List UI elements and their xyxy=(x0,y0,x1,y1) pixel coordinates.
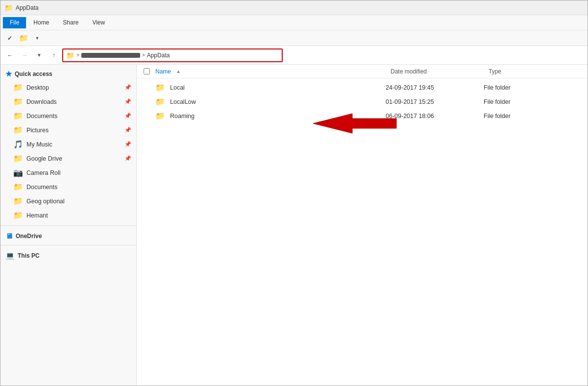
main-layout: ★ Quick access 📁 Desktop 📌 📁 Downloads 📌… xyxy=(0,65,588,386)
address-chevron-2: > xyxy=(142,52,145,58)
ribbon: File Home Share View ✔ 📁 ▼ xyxy=(0,15,588,46)
sidebar-item-pictures[interactable]: 📁 Pictures 📌 xyxy=(0,123,136,137)
pin-icon-pictures: 📌 xyxy=(124,127,131,133)
content-area: Name ▲ Date modified Type 📁 Local xyxy=(137,65,588,386)
sidebar-item-cameraroll[interactable]: 📷 Camera Roll xyxy=(0,166,136,180)
sidebar-item-onedrive[interactable]: 🖥 OneDrive xyxy=(0,229,136,242)
address-bar[interactable]: 📁 > > AppData xyxy=(62,48,283,62)
pin-icon-documents: 📌 xyxy=(124,113,131,119)
folder-documents-icon: 📁 xyxy=(13,111,23,121)
ribbon-toolbar: ✔ 📁 ▼ xyxy=(0,30,588,46)
header-checkbox[interactable] xyxy=(144,68,155,74)
address-chevron-1: > xyxy=(76,52,79,58)
star-icon: ★ xyxy=(5,70,12,78)
sidebar-cameraroll-label: Camera Roll xyxy=(26,169,60,176)
table-row[interactable]: 📁 Local 24-09-2017 19:45 File folder xyxy=(137,80,588,95)
up-button[interactable]: ↑ xyxy=(48,49,60,62)
sidebar-item-desktop[interactable]: 📁 Desktop 📌 xyxy=(0,80,136,95)
sidebar-item-documents2[interactable]: 📁 Documents xyxy=(0,180,136,194)
addressbar-row: ← → ▼ ↑ 📁 > > AppData xyxy=(0,46,588,65)
file-date-roaming: 06-09-2017 18:06 xyxy=(386,113,484,120)
title-bar: 📁 AppData xyxy=(0,0,588,15)
sidebar-separator-2 xyxy=(0,245,136,245)
title-bar-icon: 📁 xyxy=(4,4,13,12)
sidebar-item-googledrive[interactable]: 📁 Google Drive 📌 xyxy=(0,151,136,166)
file-date-local: 24-09-2017 19:45 xyxy=(386,84,484,91)
row-checkbox-roaming xyxy=(144,112,155,120)
table-row[interactable]: 📁 Roaming 06-09-2017 18:06 File folder xyxy=(137,109,588,123)
sidebar-pictures-label: Pictures xyxy=(26,127,49,134)
quick-access-header[interactable]: ★ Quick access xyxy=(0,67,136,80)
sidebar-separator-1 xyxy=(0,225,136,226)
header-name[interactable]: Name ▲ xyxy=(155,68,391,75)
sidebar-hemant-label: Hemant xyxy=(26,212,48,219)
sidebar-item-downloads[interactable]: 📁 Downloads 📌 xyxy=(0,95,136,109)
ribbon-tabs: File Home Share View xyxy=(0,15,588,30)
title-bar-text: AppData xyxy=(16,4,39,11)
folder-button[interactable]: 📁 xyxy=(17,32,30,44)
pin-icon-gdrive: 📌 xyxy=(124,155,131,162)
folder-music-icon: 🎵 xyxy=(13,140,23,149)
file-type-locallow: File folder xyxy=(484,98,511,105)
folder-roaming-icon: 📁 xyxy=(155,111,166,121)
sidebar-thispc-label: This PC xyxy=(18,252,40,259)
address-folder-icon: 📁 xyxy=(66,51,74,59)
file-type-roaming: File folder xyxy=(484,113,511,120)
header-name-label: Name xyxy=(155,68,171,75)
sidebar-onedrive-label: OneDrive xyxy=(16,233,42,240)
row-checkbox-local xyxy=(144,84,155,92)
sidebar-item-hemant[interactable]: 📁 Hemant xyxy=(0,208,136,222)
folder-locallow-icon: 📁 xyxy=(155,97,166,106)
folder-cameraroll-icon: 📷 xyxy=(13,168,23,177)
sidebar-desktop-label: Desktop xyxy=(26,84,49,91)
folder-hemant-icon: 📁 xyxy=(13,211,23,220)
tab-share[interactable]: Share xyxy=(56,17,85,28)
file-type-local: File folder xyxy=(484,84,511,91)
row-checkbox-locallow xyxy=(144,98,155,106)
table-row[interactable]: 📁 LocalLow 01-09-2017 15:25 File folder xyxy=(137,95,588,109)
content-header: Name ▲ Date modified Type xyxy=(137,65,588,78)
sidebar-item-geog[interactable]: 📁 Geog optional xyxy=(0,194,136,208)
header-date-label: Date modified xyxy=(391,68,427,75)
header-date-modified[interactable]: Date modified xyxy=(391,68,489,75)
sidebar-item-documents[interactable]: 📁 Documents 📌 xyxy=(0,109,136,123)
address-current-folder: AppData xyxy=(147,52,170,59)
quick-access-label: Quick access xyxy=(15,71,52,77)
sort-chevron-icon: ▲ xyxy=(176,69,181,74)
sidebar: ★ Quick access 📁 Desktop 📌 📁 Downloads 📌… xyxy=(0,65,137,386)
file-list: 📁 Local 24-09-2017 19:45 File folder 📁 L… xyxy=(137,78,588,386)
file-name-locallow: LocalLow xyxy=(170,98,386,105)
sidebar-documents-label: Documents xyxy=(26,113,57,120)
thispc-icon: 💻 xyxy=(5,251,15,260)
file-date-locallow: 01-09-2017 15:25 xyxy=(386,98,484,105)
address-blurred-segment xyxy=(81,53,140,58)
header-type-label: Type xyxy=(489,68,501,75)
pin-icon-downloads: 📌 xyxy=(124,98,131,105)
content-wrapper: 📁 Local 24-09-2017 19:45 File folder 📁 L… xyxy=(137,78,588,386)
onedrive-icon: 🖥 xyxy=(5,232,13,240)
file-name-roaming: Roaming xyxy=(170,113,386,120)
tab-view[interactable]: View xyxy=(85,17,112,28)
dropdown-button[interactable]: ▼ xyxy=(31,32,44,44)
sidebar-googledrive-label: Google Drive xyxy=(26,155,62,162)
folder-geog-icon: 📁 xyxy=(13,196,23,206)
back-button[interactable]: ← xyxy=(3,49,16,62)
tab-file[interactable]: File xyxy=(2,17,26,28)
sidebar-geog-label: Geog optional xyxy=(26,198,65,205)
pin-icon-desktop: 📌 xyxy=(124,84,131,91)
sidebar-documents2-label: Documents xyxy=(26,184,57,191)
sidebar-item-thispc[interactable]: 💻 This PC xyxy=(0,248,136,262)
folder-gdrive-icon: 📁 xyxy=(13,154,23,163)
tab-home[interactable]: Home xyxy=(26,17,56,28)
recent-locations-button[interactable]: ▼ xyxy=(33,49,46,62)
sidebar-item-mymusic[interactable]: 🎵 My Music 📌 xyxy=(0,137,136,151)
header-type[interactable]: Type xyxy=(489,68,501,75)
folder-documents2-icon: 📁 xyxy=(13,182,23,192)
forward-button[interactable]: → xyxy=(18,49,31,62)
checkmark-button[interactable]: ✔ xyxy=(3,32,16,44)
pin-icon-mymusic: 📌 xyxy=(124,141,131,147)
folder-desktop-icon: 📁 xyxy=(13,83,23,92)
file-name-local: Local xyxy=(170,84,386,91)
select-all-checkbox[interactable] xyxy=(144,68,150,74)
sidebar-mymusic-label: My Music xyxy=(26,141,52,148)
